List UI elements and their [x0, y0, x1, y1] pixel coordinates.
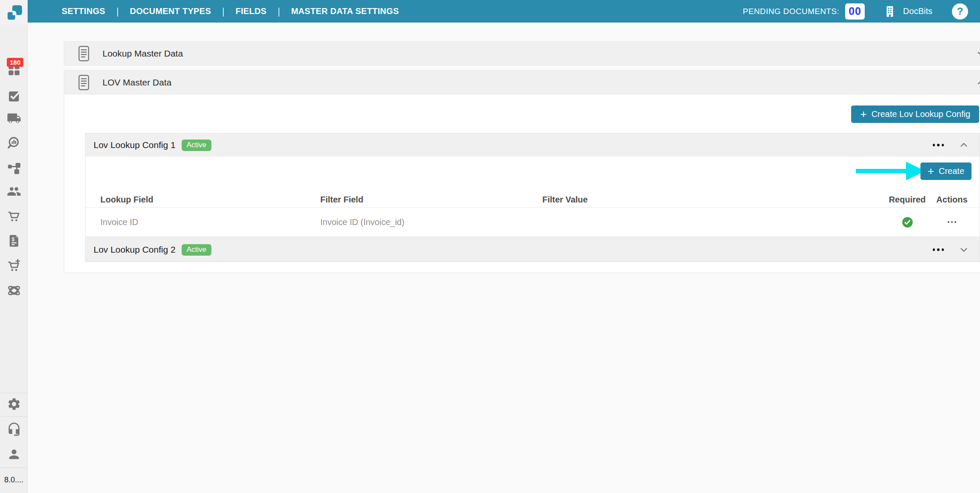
pending-documents-label: PENDING DOCUMENTS: [743, 7, 839, 16]
row-actions-button[interactable] [947, 219, 957, 225]
headset-icon [7, 422, 21, 436]
app-logo[interactable] [0, 0, 28, 25]
check-circle-icon [902, 217, 913, 228]
chevron-up-icon[interactable] [959, 140, 969, 150]
lov-master-data-panel: + Create Lov Lookup Config Lov Lookup Co… [64, 94, 980, 273]
annotation-arrow-icon [856, 161, 926, 182]
sidebar-item-support[interactable] [0, 422, 28, 436]
document-list-icon [77, 46, 91, 62]
orbit-icon [7, 283, 21, 298]
lookup-field-value: Invoice ID [100, 217, 320, 227]
config-title: Lov Lookup Config 1 [94, 140, 176, 150]
invoice-document-icon: $ [7, 234, 21, 248]
col-lookup-field: Lookup Field [100, 195, 320, 205]
main-nav: SETTINGS | DOCUMENT TYPES | FIELDS | MAS… [62, 6, 399, 17]
organization-building-icon [883, 5, 896, 18]
app-version: 8.0.... [4, 476, 23, 484]
status-badge: Active [182, 244, 211, 256]
chevron-down-icon[interactable] [976, 48, 980, 59]
document-list-icon [77, 74, 91, 91]
table-row: Invoice ID Invoice ID (Invoice_id) [85, 208, 980, 237]
config-title: Lov Lookup Config 2 [94, 245, 176, 255]
hierarchy-icon [7, 160, 21, 174]
lov-lookup-config-1-header[interactable]: Lov Lookup Config 1 Active [85, 134, 980, 157]
sidebar-item-users[interactable] [0, 184, 28, 199]
accordion-title: LOV Master Data [103, 77, 171, 88]
person-icon [7, 447, 21, 462]
chevron-down-icon[interactable] [959, 245, 969, 254]
nav-master-data-settings[interactable]: MASTER DATA SETTINGS [291, 6, 399, 16]
plus-icon: + [860, 108, 866, 120]
sidebar-item-analytics-search[interactable] [0, 136, 28, 150]
lookup-fields-table: Lookup Field Filter Field Filter Value R… [85, 192, 980, 237]
gear-icon [7, 397, 21, 411]
sidebar-item-orders[interactable] [0, 209, 28, 224]
nav-separator: | [116, 6, 119, 17]
sidebar: 180 [0, 25, 28, 493]
sidebar-item-tasks[interactable] [0, 88, 28, 103]
cart-plus-icon [7, 259, 21, 273]
status-badge: Active [182, 140, 211, 151]
truck-icon [7, 111, 21, 125]
topbar-right: PENDING DOCUMENTS: 00 DocBits ? [743, 3, 980, 20]
sidebar-item-integrations[interactable] [0, 283, 28, 298]
sidebar-divider [0, 393, 28, 393]
plus-icon: + [928, 165, 934, 177]
filter-field-value: Invoice ID (Invoice_id) [320, 217, 542, 227]
create-lookup-field-button[interactable]: + Create [920, 162, 971, 180]
sidebar-item-shipping[interactable] [0, 111, 28, 125]
required-cell [884, 217, 931, 228]
col-actions: Actions [931, 195, 973, 205]
sidebar-item-purchase-orders[interactable] [0, 259, 28, 273]
create-lov-lookup-config-button[interactable]: + Create Lov Lookup Config [851, 105, 979, 123]
sidebar-divider [0, 467, 28, 468]
accordion-lookup-master-data[interactable]: Lookup Master Data [64, 41, 980, 66]
pending-documents-count[interactable]: 00 [845, 3, 865, 20]
sidebar-item-profile[interactable] [0, 447, 28, 462]
sidebar-item-workflow[interactable] [0, 160, 28, 174]
nav-fields[interactable]: FIELDS [236, 6, 267, 16]
brand-name: DocBits [903, 6, 932, 16]
lov-lookup-config-1-card: Lov Lookup Config 1 Active + Create [85, 133, 980, 237]
col-filter-value: Filter Value [542, 195, 884, 205]
accordion-lov-master-data[interactable]: LOV Master Data [64, 70, 980, 94]
nav-document-types[interactable]: DOCUMENT TYPES [130, 6, 211, 16]
search-analytics-icon [7, 136, 21, 150]
more-options-button[interactable] [932, 141, 945, 149]
nav-separator: | [278, 6, 280, 17]
people-icon [7, 184, 21, 199]
topbar: SETTINGS | DOCUMENT TYPES | FIELDS | MAS… [28, 0, 980, 23]
svg-text:$: $ [11, 237, 14, 242]
sidebar-item-settings[interactable] [0, 397, 28, 411]
lov-lookup-config-2-header[interactable]: Lov Lookup Config 2 Active [85, 238, 980, 262]
col-filter-field: Filter Field [320, 195, 542, 205]
nav-settings[interactable]: SETTINGS [62, 6, 105, 16]
sidebar-item-invoices[interactable]: $ [0, 234, 28, 248]
more-options-button[interactable] [932, 246, 945, 254]
accordion-title: Lookup Master Data [103, 48, 183, 59]
lov-lookup-config-2-card: Lov Lookup Config 2 Active [85, 237, 980, 262]
table-header-row: Lookup Field Filter Field Filter Value R… [85, 192, 980, 208]
actions-cell [931, 219, 973, 225]
chevron-up-icon[interactable] [976, 77, 980, 88]
docbits-logo-icon [4, 3, 24, 22]
nav-separator: | [222, 6, 225, 17]
col-required: Required [884, 195, 931, 205]
cart-icon [7, 209, 21, 224]
main-content: Lookup Master Data LOV Master Data + Cre… [64, 41, 980, 273]
checkbox-icon [7, 88, 21, 103]
sidebar-divider [0, 416, 28, 417]
task-count-badge: 180 [7, 58, 23, 67]
accordion-gap [64, 66, 980, 70]
lov-lookup-config-1-body: + Create Lookup Field Filter Field Filte… [85, 157, 980, 237]
help-button[interactable]: ? [952, 3, 968, 20]
